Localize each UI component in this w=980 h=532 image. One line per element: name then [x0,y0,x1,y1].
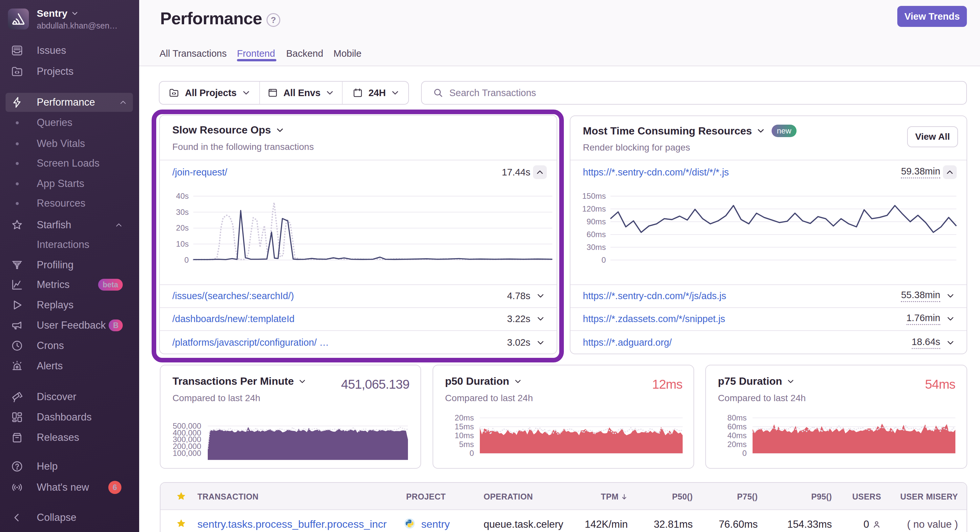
svg-text:80ms: 80ms [728,413,747,422]
svg-text:60ms: 60ms [728,422,747,431]
svg-text:0: 0 [470,449,474,457]
svg-text:120ms: 120ms [582,204,606,213]
svg-text:5ms: 5ms [459,440,474,449]
svg-text:0: 0 [742,449,747,457]
svg-text:60ms: 60ms [587,230,606,239]
svg-text:90ms: 90ms [587,217,606,226]
svg-text:100,000: 100,000 [173,449,202,457]
svg-text:40ms: 40ms [728,431,747,440]
svg-text:20ms: 20ms [455,413,474,422]
svg-text:150ms: 150ms [582,192,606,200]
svg-text:15ms: 15ms [455,422,474,431]
svg-text:0: 0 [601,256,606,264]
svg-text:30ms: 30ms [587,243,606,252]
svg-text:20ms: 20ms [728,440,747,449]
svg-text:10ms: 10ms [455,431,474,440]
